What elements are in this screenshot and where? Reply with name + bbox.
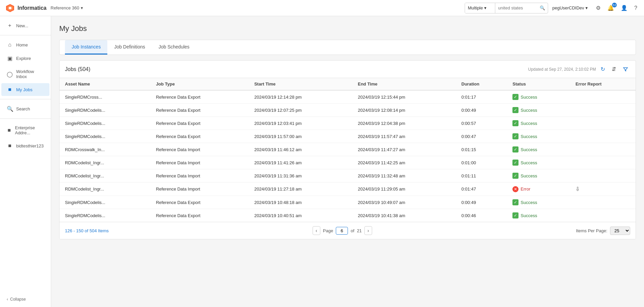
sidebar-item-search[interactable]: 🔍 Search [1,102,49,115]
search-input-wrapper: 🔍 [495,5,548,10]
settings-icon-button[interactable]: ⚙ [595,3,602,12]
table-header-row: Asset Name Job Type Start Time End Time … [60,78,636,90]
sidebar-item-enterprise[interactable]: ■ Enterprise Addre... [1,122,49,139]
jobs-tbody: SingleRDMCross... Reference Data Export … [60,90,636,222]
jobs-header-actions: Updated at Sep 27, 2024, 2:10:02 PM ↻ ⇵ [528,65,630,74]
sidebar-item-explore[interactable]: ▣ Explore [1,52,49,65]
jobs-table-wrapper: Asset Name Job Type Start Time End Time … [60,78,636,222]
status-text: Success [521,95,537,100]
search-type-dropdown[interactable]: Multiple ▾ [465,3,495,13]
error-report-cell: ⇩ [570,182,636,196]
download-error-report-icon[interactable]: ⇩ [575,186,580,192]
start-time-cell: 2024/03/19 10:48:18 am [249,196,353,209]
notifications-icon-button[interactable]: 🔔 53 [606,3,615,12]
sidebar-item-workflow-label: Workflow Inbox [16,69,44,79]
sidebar-divider-1 [0,35,51,35]
success-check-icon: ✓ [512,160,518,166]
inbox-icon: ◯ [7,71,13,77]
success-check-icon: ✓ [512,146,518,152]
job-type-cell: Reference Data Export [150,117,249,130]
logo-area: Informatica [5,3,46,13]
sidebar-item-my-jobs-label: My Jobs [16,87,32,92]
asset-name-cell: SingleRDMCodelis... [60,196,150,209]
job-type-cell: Reference Data Import [150,169,249,182]
status-text: Success [521,200,537,205]
col-start-time: Start Time [249,78,353,90]
end-time-cell: 2024/03/19 12:04:38 pm [352,117,456,130]
status-text: Success [521,173,537,178]
end-time-cell: 2024/03/19 11:57:47 am [352,130,456,143]
status-cell: ✓Success [507,104,570,117]
tab-job-instances-label: Job Instances [72,44,101,49]
search-area: Multiple ▾ 🔍 [465,3,548,13]
sidebar-item-home[interactable]: ⌂ Home [1,38,49,51]
duration-cell: 0:01:17 [456,90,507,104]
help-icon-button[interactable]: ? [633,4,639,12]
success-check-icon: ✓ [512,133,518,139]
status-cell: ✓Success [507,143,570,156]
sidebar-new-button[interactable]: + New... [1,19,49,32]
global-search-input[interactable] [498,5,538,10]
tab-job-schedules[interactable]: Job Schedules [152,40,196,55]
end-time-cell: 2024/03/19 11:29:05 am [352,182,456,196]
reference-360-label: Reference 360 [50,5,79,10]
jobs-header: Jobs (504) Updated at Sep 27, 2024, 2:10… [60,61,636,78]
asset-name-cell: SingleRDMCodelis... [60,104,150,117]
tab-job-definitions[interactable]: Job Definitions [107,40,152,55]
table-row: SingleRDMCross... Reference Data Export … [60,90,636,104]
sidebar-item-bidtesthier[interactable]: ■ bidtesthier123 [1,139,49,152]
per-page-area: Items Per Page: 25 50 100 [576,227,630,235]
status-text: Success [521,121,537,126]
status-text: Success [521,213,537,218]
next-page-button[interactable]: › [364,226,372,235]
table-row: RDMCodelist_Ingr... Reference Data Impor… [60,156,636,169]
status-text: Success [521,147,537,152]
jobs-table: Asset Name Job Type Start Time End Time … [60,78,636,222]
table-row: RDMCrosswalk_In... Reference Data Import… [60,143,636,156]
sidebar-bottom: ‹ Collapse [0,292,51,307]
reference-360-dropdown[interactable]: Reference 360 ▾ [50,5,83,10]
start-time-cell: 2024/03/19 11:31:36 am [249,169,353,182]
items-per-page-label: Items Per Page: [576,228,607,233]
prev-page-button[interactable]: ‹ [313,226,320,235]
error-report-cell [570,90,636,104]
page-of-label: of 21 [351,228,362,233]
refresh-button[interactable]: ↻ [599,65,607,74]
status-cell: ✓Success [507,169,570,182]
nav-icons: ⚙ 🔔 53 👤 ? [595,3,639,12]
error-report-cell [570,143,636,156]
per-page-select[interactable]: 25 50 100 [610,227,630,235]
end-time-cell: 2024/03/19 11:32:48 am [352,169,456,182]
start-time-cell: 2024/03/19 11:27:18 am [249,182,353,196]
sidebar-collapse-button[interactable]: ‹ Collapse [1,294,49,304]
error-report-cell [570,196,636,209]
table-row: RDMCodelist_Ingr... Reference Data Impor… [60,169,636,182]
end-time-cell: 2024/03/19 10:49:07 am [352,196,456,209]
success-check-icon: ✓ [512,94,518,100]
start-time-cell: 2024/03/19 11:46:12 am [249,143,353,156]
table-row: RDMCodelist_Ingr... Reference Data Impor… [60,182,636,196]
success-check-icon: ✓ [512,107,518,113]
status-text: Success [521,108,537,113]
start-time-cell: 2024/03/19 12:07:25 pm [249,104,353,117]
status-cell: ✓Success [507,196,570,209]
sidebar-item-workflow-inbox[interactable]: ◯ Workflow Inbox [1,66,49,82]
sort-button[interactable]: ⇵ [610,65,618,74]
success-check-icon: ✓ [512,120,518,126]
page-number-input[interactable] [336,227,348,235]
pagination-bar: 126 - 150 of 504 Items ‹ Page of 21 › It… [60,222,636,239]
search-icon[interactable]: 🔍 [540,5,545,10]
error-x-icon: ✕ [512,186,518,192]
end-time-cell: 2024/03/19 10:41:38 am [352,209,456,222]
sidebar-divider-3 [0,118,51,119]
jobs-count-title: Jobs (504) [65,66,91,72]
user-profile-icon-button[interactable]: 👤 [619,3,629,12]
end-time-cell: 2024/03/19 11:47:27 am [352,143,456,156]
app-name: Informatica [17,5,46,11]
filter-icon [623,67,628,72]
sidebar-new-label: New... [16,23,28,28]
user-dropdown[interactable]: pegUserCDIDev ▾ [552,5,588,10]
filter-button[interactable] [621,65,630,73]
tab-job-instances[interactable]: Job Instances [65,40,107,55]
sidebar-item-my-jobs[interactable]: ■ My Jobs [1,83,49,96]
